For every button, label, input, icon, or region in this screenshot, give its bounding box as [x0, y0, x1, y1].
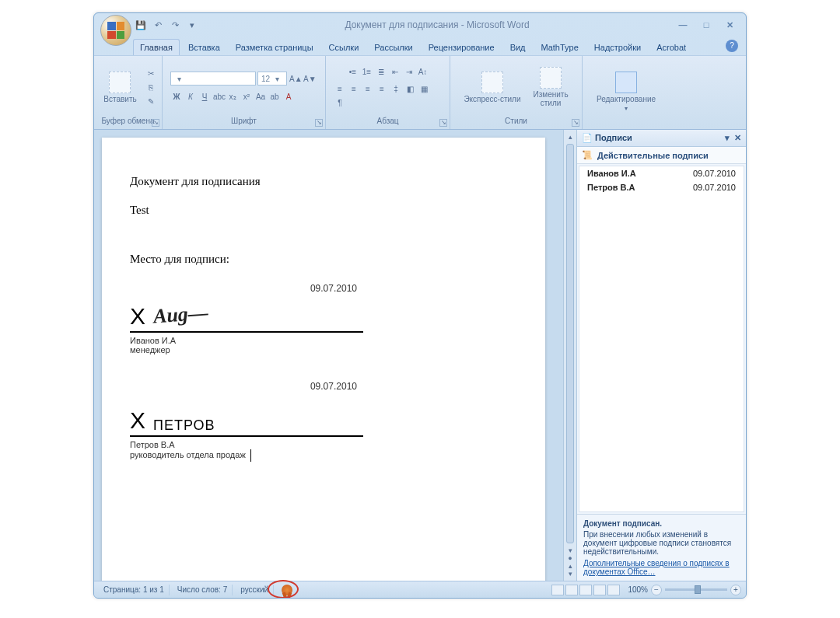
chevron-down-icon[interactable]: ▾: [186, 19, 198, 31]
sig2-line: X ПЕТРОВ: [130, 396, 363, 437]
quick-styles-button[interactable]: Экспресс-стили: [459, 68, 525, 106]
group-launcher[interactable]: ↘: [572, 119, 579, 127]
pane-dropdown-icon[interactable]: ▾: [725, 133, 730, 143]
close-button[interactable]: ✕: [723, 20, 737, 30]
help-icon[interactable]: ?: [726, 40, 738, 52]
borders-icon[interactable]: ▦: [418, 82, 430, 95]
signature-block-2[interactable]: 09.07.2010 X ПЕТРОВ Петров В.А руководит…: [130, 381, 363, 462]
group-editing: Редактирование ▾: [583, 56, 670, 129]
sig1-name: Иванов И.А: [130, 336, 363, 345]
format-painter-icon[interactable]: ✎: [145, 95, 157, 107]
line-spacing-icon[interactable]: ‡: [390, 82, 402, 95]
align-right-icon[interactable]: ≡: [362, 82, 374, 95]
tab-mathtype[interactable]: MathType: [534, 39, 586, 55]
clear-format-icon[interactable]: Aa: [254, 90, 267, 103]
group-clipboard-title: Буфер обмена: [102, 115, 155, 126]
underline-icon[interactable]: Ч: [198, 90, 211, 103]
pilcrow-icon[interactable]: ¶: [334, 96, 346, 109]
group-clipboard: Вставить ✂ ⎘ ✎ Буфер обмена ↘: [94, 56, 163, 129]
group-styles-title: Стили: [505, 115, 527, 126]
pane-section-label: Действительные подписи: [597, 151, 709, 160]
pane-footer: Документ подписан. При внесении любых из…: [577, 514, 746, 581]
pane-footer-link[interactable]: Дополнительные сведения о подписях в док…: [583, 559, 740, 576]
paste-icon: [109, 72, 131, 93]
bullets-icon[interactable]: •≡: [347, 65, 359, 78]
zoom-out-button[interactable]: −: [651, 585, 662, 595]
view-outline[interactable]: [593, 585, 606, 595]
font-color-icon[interactable]: A: [282, 90, 295, 103]
sig2-role: руководитель отдела продаж: [130, 449, 363, 462]
view-full-screen[interactable]: [565, 585, 578, 595]
view-web-layout[interactable]: [579, 585, 592, 595]
sig1-role: менеджер: [130, 345, 363, 354]
tab-insert[interactable]: Вставка: [181, 39, 227, 55]
group-paragraph: •≡ 1≡ ≣ ⇤ ⇥ A↕ ≡ ≡ ≡ ≡ ‡ ◧ ▦ ¶: [326, 56, 450, 129]
window-title: Документ для подписания - Microsoft Word: [198, 19, 676, 30]
vertical-scrollbar[interactable]: ▴ ▾ ● ▴ ▾: [563, 130, 576, 581]
multilevel-icon[interactable]: ≣: [375, 65, 387, 78]
numbering-icon[interactable]: 1≡: [361, 65, 373, 78]
zoom-control: 100% − +: [628, 585, 741, 595]
view-draft[interactable]: [607, 585, 620, 595]
subscript-icon[interactable]: x₂: [226, 90, 239, 103]
redo-icon[interactable]: ↷: [169, 19, 181, 31]
save-icon[interactable]: 💾: [135, 19, 147, 31]
grow-font-icon[interactable]: A▲: [289, 72, 301, 85]
tab-mailings[interactable]: Рассылки: [367, 39, 419, 55]
tab-pagelayout[interactable]: Разметка страницы: [229, 39, 320, 55]
doc-place: Место для подписи:: [130, 253, 517, 266]
cut-icon[interactable]: ✂: [145, 67, 157, 79]
paste-button[interactable]: Вставить: [99, 68, 141, 106]
quick-styles-icon: [481, 72, 503, 93]
indent-icon[interactable]: ⇥: [403, 65, 415, 78]
document-area: Документ для подписания Test Место для п…: [94, 130, 576, 581]
tab-review[interactable]: Рецензирование: [422, 39, 502, 55]
tab-view[interactable]: Вид: [503, 39, 533, 55]
outdent-icon[interactable]: ⇤: [389, 65, 401, 78]
strike-icon[interactable]: abc: [212, 90, 225, 103]
office-button[interactable]: [100, 15, 131, 46]
group-launcher[interactable]: ↘: [315, 119, 323, 127]
tab-addins[interactable]: Надстройки: [587, 39, 648, 55]
document-scroll[interactable]: Документ для подписания Test Место для п…: [94, 130, 563, 581]
sort-icon[interactable]: A↕: [417, 65, 429, 78]
tab-home[interactable]: Главная: [133, 39, 180, 55]
group-font-title: Шрифт: [231, 115, 257, 126]
signature-block-1[interactable]: 09.07.2010 X Aug— Иванов И.А менеджер: [130, 283, 363, 354]
justify-icon[interactable]: ≡: [376, 82, 388, 95]
font-name-combo[interactable]: ▾: [170, 72, 256, 86]
copy-icon[interactable]: ⎘: [145, 81, 157, 93]
editing-button[interactable]: Редактирование ▾: [592, 68, 660, 115]
text-cursor: [250, 449, 251, 462]
zoom-in-button[interactable]: +: [730, 585, 741, 595]
pane-close-icon[interactable]: ✕: [734, 133, 741, 143]
change-styles-button[interactable]: Изменить стили: [529, 64, 573, 110]
undo-icon[interactable]: ↶: [152, 19, 164, 31]
status-signature-indicator[interactable]: [277, 585, 297, 595]
shading-icon[interactable]: ◧: [404, 82, 416, 95]
signatures-list[interactable]: Иванов И.А 09.07.2010 Петров В.А 09.07.2…: [579, 166, 744, 512]
zoom-slider[interactable]: [665, 588, 727, 591]
align-left-icon[interactable]: ≡: [334, 82, 346, 95]
maximize-button[interactable]: □: [699, 20, 713, 30]
tab-references[interactable]: Ссылки: [322, 39, 366, 55]
signature-row[interactable]: Иванов И.А 09.07.2010: [579, 166, 744, 180]
group-launcher[interactable]: ↘: [439, 119, 447, 127]
minimize-button[interactable]: —: [676, 20, 690, 30]
shrink-font-icon[interactable]: A▼: [303, 72, 315, 85]
bold-icon[interactable]: Ж: [170, 90, 183, 103]
tab-acrobat[interactable]: Acrobat: [649, 39, 693, 55]
group-launcher[interactable]: ↘: [152, 119, 159, 127]
zoom-value[interactable]: 100%: [628, 585, 648, 594]
document-page[interactable]: Документ для подписания Test Место для п…: [102, 138, 545, 581]
status-language[interactable]: русский: [236, 585, 274, 595]
align-center-icon[interactable]: ≡: [348, 82, 360, 95]
status-page[interactable]: Страница: 1 из 1: [99, 585, 170, 595]
superscript-icon[interactable]: x²: [240, 90, 253, 103]
italic-icon[interactable]: К: [184, 90, 197, 103]
signature-row[interactable]: Петров В.А 09.07.2010: [579, 180, 744, 194]
status-words[interactable]: Число слов: 7: [173, 585, 233, 595]
highlight-icon[interactable]: ab: [268, 90, 281, 103]
font-size-combo[interactable]: 12 ▾: [257, 72, 287, 86]
view-print-layout[interactable]: [551, 585, 564, 595]
